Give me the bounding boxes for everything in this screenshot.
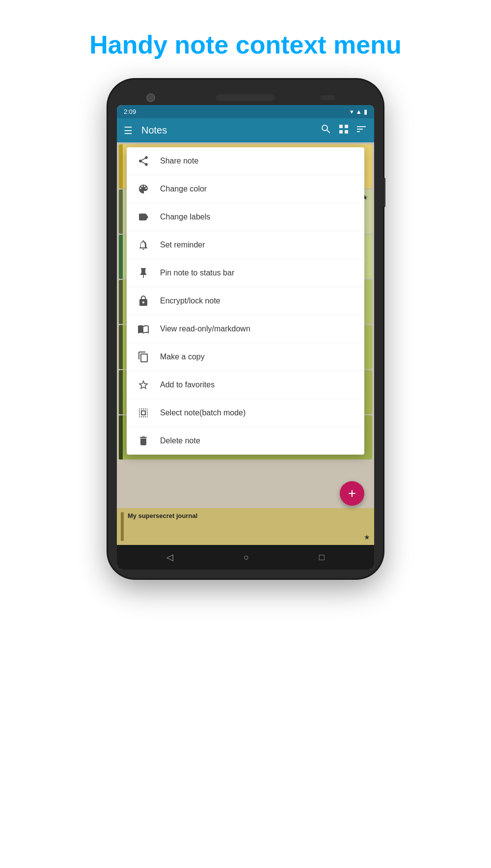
phone-speaker (216, 94, 275, 101)
menu-icon[interactable]: ☰ (124, 125, 133, 136)
book-icon (136, 322, 150, 336)
alarm-icon (136, 238, 150, 252)
palette-icon (136, 182, 150, 196)
menu-item-share-note[interactable]: Share note (127, 147, 364, 175)
menu-label-pin-note: Pin note to status bar (160, 269, 234, 277)
toolbar-title: Notes (141, 125, 314, 136)
status-bar: 2:09 ▾ ▲ ▮ (117, 105, 374, 118)
menu-item-add-favorites[interactable]: Add to favorites (127, 371, 364, 399)
phone-camera (146, 93, 155, 102)
label-icon (136, 210, 150, 224)
phone-nav-bar: ◁ ○ □ (117, 545, 374, 570)
select-icon (136, 406, 150, 420)
context-menu: Share note Change color Change labels (127, 147, 364, 455)
screen-content: Note title ★ (117, 142, 374, 545)
phone-side-button (383, 178, 385, 207)
menu-label-make-copy: Make a copy (160, 353, 205, 361)
menu-item-view-readonly[interactable]: View read-only/markdown (127, 315, 364, 343)
menu-item-select-note[interactable]: Select note(batch mode) (127, 399, 364, 427)
filter-icon[interactable] (355, 123, 367, 137)
recent-button[interactable]: □ (319, 552, 325, 563)
app-toolbar: ☰ Notes (117, 118, 374, 142)
battery-icon: ▮ (364, 108, 367, 115)
status-time: 2:09 (124, 108, 136, 115)
menu-item-make-copy[interactable]: Make a copy (127, 343, 364, 371)
bottom-star-icon: ★ (364, 533, 370, 541)
bottom-note-accent (121, 512, 124, 541)
wifi-icon: ▾ (350, 108, 354, 115)
menu-item-pin-note[interactable]: Pin note to status bar (127, 259, 364, 287)
menu-item-delete-note[interactable]: Delete note (127, 427, 364, 455)
menu-label-add-favorites: Add to favorites (160, 380, 215, 389)
pin-icon (136, 266, 150, 280)
phone-top-bar (117, 88, 374, 105)
menu-label-delete-note: Delete note (160, 436, 200, 445)
menu-label-change-labels: Change labels (160, 213, 210, 221)
signal-icon: ▲ (355, 108, 362, 115)
copy-icon (136, 350, 150, 364)
share-icon (136, 154, 150, 168)
menu-label-share-note: Share note (160, 157, 198, 165)
menu-label-set-reminder: Set reminder (160, 241, 205, 249)
menu-item-change-labels[interactable]: Change labels (127, 203, 364, 231)
status-icons: ▾ ▲ ▮ (350, 108, 367, 115)
menu-label-encrypt-note: Encrypt/lock note (160, 297, 220, 305)
star-icon (136, 378, 150, 392)
menu-item-change-color[interactable]: Change color (127, 175, 364, 203)
grid-icon[interactable] (338, 123, 350, 137)
menu-label-select-note: Select note(batch mode) (160, 408, 246, 417)
menu-label-view-readonly: View read-only/markdown (160, 325, 250, 333)
bottom-note: My supersecret journal ★ (117, 508, 374, 545)
page-title: Handy note context menu (70, 29, 421, 60)
menu-label-change-color: Change color (160, 185, 207, 193)
phone-frame: 2:09 ▾ ▲ ▮ ☰ Notes (108, 80, 383, 578)
phone-screen: 2:09 ▾ ▲ ▮ ☰ Notes (117, 105, 374, 570)
bottom-note-title: My supersecret journal (128, 512, 197, 519)
search-icon[interactable] (320, 123, 332, 137)
delete-icon (136, 434, 150, 448)
lock-icon (136, 294, 150, 308)
back-button[interactable]: ◁ (166, 552, 173, 563)
phone-sensor (320, 95, 335, 100)
menu-item-set-reminder[interactable]: Set reminder (127, 231, 364, 259)
menu-item-encrypt-note[interactable]: Encrypt/lock note (127, 287, 364, 315)
home-button[interactable]: ○ (244, 552, 249, 563)
